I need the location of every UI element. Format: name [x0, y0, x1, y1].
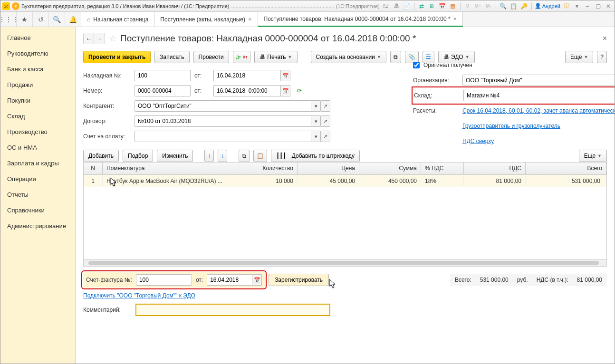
invoice-no-input[interactable]: [135, 70, 191, 81]
refresh-icon[interactable]: ⟳: [297, 87, 302, 94]
calendar-icon[interactable]: 📅: [252, 274, 262, 286]
dtkt-button[interactable]: ДтКт: [233, 51, 251, 63]
search-button[interactable]: 🔍: [49, 12, 65, 27]
move-down-button[interactable]: ↓: [218, 150, 227, 162]
history-button[interactable]: ↺: [33, 12, 49, 27]
sidebar-item-admin[interactable]: Администрирование: [0, 218, 75, 234]
compare-icon[interactable]: ⇄: [417, 2, 426, 10]
sidebar-item-manager[interactable]: Руководителю: [0, 46, 75, 61]
favorite-button[interactable]: ★: [17, 12, 33, 27]
connect-edo-link[interactable]: Подключить "ООО "Торговый Дом"" к ЭДО: [83, 292, 195, 299]
grid-icon[interactable]: ▦: [449, 2, 457, 10]
shipper-link[interactable]: Грузоотправитель и грузополучатель: [462, 123, 560, 129]
close-tab-icon[interactable]: ×: [453, 15, 457, 22]
add-row-button[interactable]: Добавить: [83, 150, 119, 162]
vat-link[interactable]: НДС сверху: [462, 138, 494, 144]
close-tab-icon[interactable]: ×: [248, 16, 252, 23]
sidebar-item-purchases[interactable]: Покупки: [0, 93, 75, 108]
comment-input[interactable]: [135, 304, 330, 316]
info-icon[interactable]: ⓘ: [562, 2, 571, 10]
key-icon[interactable]: 🔑: [520, 2, 529, 10]
post-and-close-button[interactable]: Провести и закрыть: [83, 51, 151, 63]
original-checkbox[interactable]: [413, 62, 420, 68]
dropdown-icon[interactable]: ▾: [311, 100, 321, 112]
zoom-icon[interactable]: 🔍: [499, 2, 508, 10]
sidebar-item-production[interactable]: Производство: [0, 124, 75, 140]
number-input[interactable]: [135, 85, 191, 96]
dropdown-icon[interactable]: ▾: [573, 2, 581, 10]
col-vatpct[interactable]: % НДС: [421, 163, 464, 174]
col-qty[interactable]: Количество: [245, 163, 298, 174]
nav-back-button[interactable]: ←: [84, 33, 94, 44]
contract-input[interactable]: [135, 115, 311, 127]
apps-button[interactable]: ⋮⋮⋮: [0, 12, 17, 27]
create-based-button[interactable]: Создать на основании▼: [311, 51, 386, 63]
col-sum[interactable]: Сумма: [359, 163, 421, 174]
calendar-icon[interactable]: 📅: [281, 70, 290, 81]
sidebar-item-sales[interactable]: Продажи: [0, 77, 75, 93]
print-button[interactable]: 🖶Печать▼: [254, 51, 297, 63]
open-icon[interactable]: ↗: [321, 115, 330, 127]
add-by-barcode-button[interactable]: ┃┃┃ Добавить по штрихкоду: [271, 150, 360, 162]
move-up-button[interactable]: ↑: [204, 150, 214, 162]
table-more-button[interactable]: Еще▼: [579, 150, 607, 162]
sidebar-item-warehouse[interactable]: Склад: [0, 108, 75, 124]
sidebar-item-bank[interactable]: Банк и касса: [0, 61, 75, 77]
open-icon[interactable]: ↗: [321, 100, 330, 112]
sidebar-item-main[interactable]: Главное: [0, 30, 75, 46]
copy-button[interactable]: ⧉: [239, 150, 250, 162]
sf-no-input[interactable]: [136, 274, 192, 286]
open-icon[interactable]: ↗: [321, 131, 330, 142]
struct-button[interactable]: ⧉: [390, 51, 401, 63]
select-button[interactable]: Подбор: [123, 150, 153, 162]
maximize-icon[interactable]: ▢: [594, 2, 602, 10]
sidebar-item-operations[interactable]: Операции: [0, 171, 75, 187]
star-icon[interactable]: ☆: [109, 33, 116, 44]
post-button[interactable]: Провести: [193, 51, 229, 63]
nav-forward-button[interactable]: →: [94, 33, 105, 44]
table-row[interactable]: 1 Ноутбук Apple MacBook Air (MQD32RU/A) …: [84, 175, 606, 187]
calendar-icon[interactable]: 📅: [438, 2, 447, 10]
sidebar-item-references[interactable]: Справочники: [0, 202, 75, 218]
sidebar-item-hr[interactable]: Зарплата и кадры: [0, 155, 75, 171]
paste-button[interactable]: 📋: [253, 150, 267, 162]
col-name[interactable]: Номенклатура: [103, 163, 245, 174]
horizontal-scrollbar[interactable]: [84, 259, 606, 266]
doc-icon[interactable]: 📄: [403, 2, 411, 10]
edit-button[interactable]: Изменить: [157, 150, 193, 162]
close-page-icon[interactable]: ×: [603, 34, 607, 43]
save-button[interactable]: Записать: [154, 51, 189, 63]
print-icon[interactable]: 🖶: [392, 2, 401, 10]
col-total[interactable]: Всего: [526, 163, 606, 174]
tab-home[interactable]: ⌂ Начальная страница: [81, 12, 154, 27]
register-button[interactable]: Зарегистрировать: [269, 274, 329, 286]
contractor-input[interactable]: [135, 100, 311, 112]
tab-receipt-doc[interactable]: Поступление товаров: Накладная 0000-0000…: [258, 12, 463, 27]
sf-date-input[interactable]: [207, 274, 252, 286]
sidebar-item-assets[interactable]: ОС и НМА: [0, 140, 75, 155]
col-n[interactable]: N: [84, 163, 103, 174]
user-menu[interactable]: 👤 Андрей: [535, 3, 560, 9]
invoice-date-input[interactable]: [213, 70, 281, 81]
col-vat[interactable]: НДС: [464, 163, 526, 174]
title-dropdown-icon[interactable]: ▾: [12, 2, 19, 10]
bill-input[interactable]: [135, 131, 311, 142]
warehouse-input[interactable]: [463, 90, 615, 101]
dropdown-icon[interactable]: ▾: [311, 131, 321, 142]
clipboard-icon[interactable]: 📋: [509, 2, 518, 10]
m-plus-button[interactable]: M+: [474, 2, 482, 10]
col-price[interactable]: Цена: [298, 163, 359, 174]
tab-receipts[interactable]: Поступление (акты, накладные) ×: [154, 12, 258, 27]
notifications-button[interactable]: 🔔: [65, 12, 81, 27]
save-icon[interactable]: 🖫: [382, 2, 390, 10]
calc-link[interactable]: Срок 16.04.2018, 60.01, 60.02, зачет ава…: [462, 107, 615, 114]
m-button[interactable]: M: [463, 2, 472, 10]
calc-icon[interactable]: 🗎: [428, 2, 436, 10]
sidebar-item-reports[interactable]: Отчеты: [0, 187, 75, 202]
calendar-icon[interactable]: 📅: [281, 85, 290, 96]
number-date-input[interactable]: [213, 85, 281, 96]
minimize-icon[interactable]: –: [583, 2, 592, 10]
close-window-icon[interactable]: ✕: [604, 2, 613, 10]
org-input[interactable]: [462, 75, 615, 86]
dropdown-icon[interactable]: ▾: [311, 115, 321, 127]
